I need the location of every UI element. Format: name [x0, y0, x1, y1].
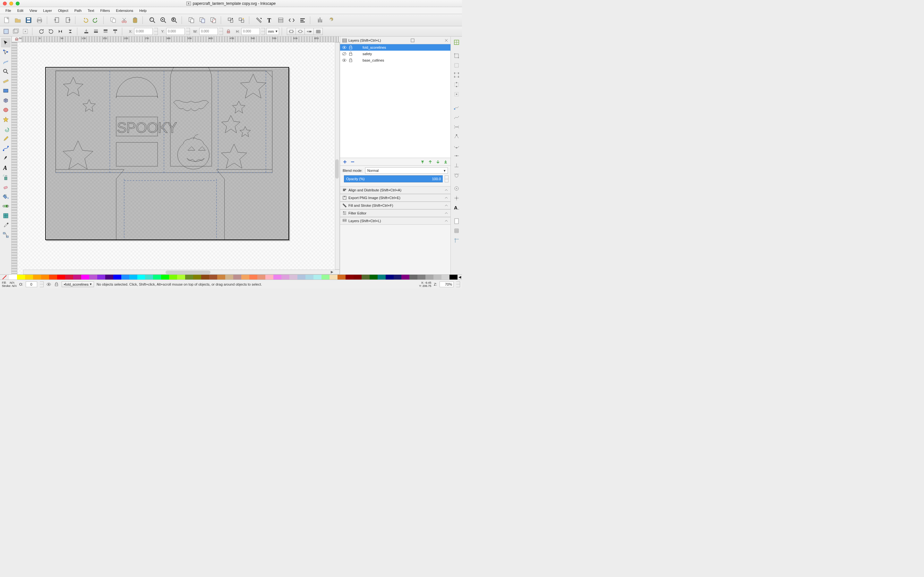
snap-guide-button[interactable] [452, 236, 461, 245]
snap-grid-button[interactable] [452, 226, 461, 235]
color-swatch[interactable] [41, 275, 49, 279]
snap-cusp-button[interactable] [452, 132, 461, 141]
color-swatch[interactable] [370, 275, 378, 279]
color-swatch[interactable] [425, 275, 433, 279]
color-swatch[interactable] [57, 275, 65, 279]
snap-bbox-button[interactable] [452, 51, 461, 60]
color-swatch[interactable] [401, 275, 409, 279]
undo-button[interactable] [80, 15, 90, 25]
h-input[interactable]: 0.000 [241, 28, 260, 35]
select-tool[interactable] [1, 38, 11, 47]
connector-tool[interactable] [1, 230, 11, 240]
color-swatch[interactable] [161, 275, 169, 279]
snap-rotation-center-button[interactable] [452, 193, 461, 203]
menu-text[interactable]: Text [85, 8, 97, 13]
menu-extensions[interactable]: Extensions [113, 8, 136, 13]
layer-down-button[interactable] [436, 160, 440, 164]
ellipse-tool[interactable] [1, 105, 11, 115]
color-swatch[interactable] [65, 275, 73, 279]
color-swatch[interactable] [241, 275, 249, 279]
unit-select[interactable]: mm▾ [266, 28, 279, 35]
bezier-tool[interactable] [1, 143, 11, 153]
master-opacity-input[interactable]: 0 [26, 282, 37, 287]
menu-help[interactable]: Help [136, 8, 150, 13]
snap-bbox-center-button[interactable] [452, 90, 461, 99]
layer-lock-icon[interactable] [349, 52, 353, 56]
box3d-tool[interactable] [1, 95, 11, 105]
deselect-button[interactable] [21, 27, 29, 35]
select-all-layers-button[interactable] [11, 27, 20, 35]
expand-up-icon[interactable] [444, 203, 449, 208]
fill-stroke-indicator[interactable]: Fill: N/A Stroke: N/A [2, 281, 17, 287]
color-swatch[interactable] [257, 275, 265, 279]
color-swatch[interactable] [281, 275, 289, 279]
zoom-drawing-button[interactable] [158, 15, 168, 25]
snap-tangent-button[interactable] [452, 171, 461, 179]
affect-corner-button[interactable] [296, 28, 305, 35]
add-layer-button[interactable] [342, 160, 347, 164]
save-file-button[interactable] [24, 15, 33, 25]
current-layer-select[interactable]: •fold_scorelines▾ [61, 282, 94, 287]
color-swatch[interactable] [33, 275, 41, 279]
fill-stroke-dialog-button[interactable] [254, 15, 264, 25]
expand-up-icon[interactable] [444, 195, 449, 200]
color-swatch[interactable] [449, 275, 457, 279]
layer-row[interactable]: base_cutlines [340, 57, 451, 63]
document-properties-button[interactable] [326, 15, 336, 25]
unlink-clone-button[interactable] [208, 15, 218, 25]
opacity-spinner[interactable] [445, 175, 449, 182]
expand-up-icon[interactable] [444, 188, 449, 192]
color-swatch[interactable] [25, 275, 33, 279]
expand-up-icon[interactable] [444, 211, 449, 215]
flip-vertical-button[interactable] [66, 27, 74, 35]
panel-close-icon[interactable] [444, 38, 449, 43]
opacity-slider[interactable]: Opacity (%) 100.0 [344, 175, 443, 182]
color-swatch[interactable] [313, 275, 321, 279]
layer-lock-icon[interactable] [349, 58, 353, 63]
color-swatch[interactable] [81, 275, 89, 279]
menu-file[interactable]: File [3, 8, 14, 13]
color-swatch[interactable] [153, 275, 161, 279]
w-spinner[interactable] [219, 28, 223, 35]
pencil-tool[interactable] [1, 134, 11, 143]
color-swatch[interactable] [386, 275, 394, 279]
layers-panel-header[interactable]: Layers (Shift+Ctrl+L) [340, 37, 451, 44]
collapsed-panel-header[interactable]: Fill and Stroke (Shift+Ctrl+F) [340, 201, 451, 210]
xml-editor-button[interactable] [287, 15, 296, 25]
redo-button[interactable] [91, 15, 101, 25]
color-swatch[interactable] [409, 275, 417, 279]
horizontal-ruler[interactable]: -500501001502002503003504004505005506006… [17, 37, 340, 42]
measure-tool[interactable] [1, 76, 11, 86]
layer-visibility-icon[interactable] [342, 58, 347, 63]
lower-to-bottom-button[interactable] [82, 27, 90, 35]
snap-path-button[interactable] [452, 113, 461, 122]
y-input[interactable]: 0.000 [166, 28, 185, 35]
vertical-ruler[interactable] [11, 42, 17, 274]
color-swatch[interactable] [73, 275, 81, 279]
color-swatch[interactable] [394, 275, 402, 279]
lock-aspect-button[interactable] [224, 27, 233, 35]
color-swatch[interactable] [9, 275, 17, 279]
color-swatch[interactable] [338, 275, 346, 279]
snap-bbox-edge-button[interactable] [452, 61, 461, 70]
color-swatch[interactable] [321, 275, 330, 279]
layer-bottom-button[interactable] [443, 160, 448, 164]
eraser-tool[interactable] [1, 182, 11, 192]
layer-row[interactable]: fold_scorelines [340, 44, 451, 51]
rect-tool[interactable] [1, 86, 11, 95]
no-fill-swatch[interactable] [0, 275, 9, 279]
color-swatch[interactable] [362, 275, 370, 279]
flip-horizontal-button[interactable] [57, 27, 65, 35]
layer-lock-icon[interactable] [349, 45, 353, 50]
clone-button[interactable] [198, 15, 207, 25]
layer-lock-icon[interactable] [54, 282, 59, 287]
color-swatch[interactable] [225, 275, 233, 279]
snap-perp-button[interactable] [452, 161, 461, 170]
snap-text-baseline-button[interactable]: A [452, 203, 461, 212]
layer-row[interactable]: safety [340, 51, 451, 57]
canvas[interactable]: SPOOKY [17, 42, 340, 274]
lower-button[interactable] [92, 27, 100, 35]
group-button[interactable] [226, 15, 236, 25]
color-swatch[interactable] [217, 275, 225, 279]
snap-enabled-button[interactable] [452, 38, 461, 47]
